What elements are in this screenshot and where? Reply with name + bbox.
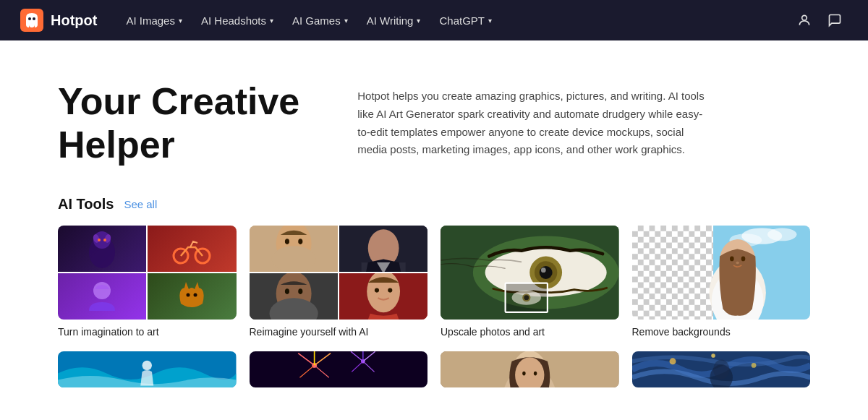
nav-item-ai-headshots[interactable]: AI Headshots ▾ (192, 9, 282, 33)
brand-logo-icon (20, 9, 43, 32)
see-all-link[interactable]: See all (124, 198, 157, 210)
nav-item-ai-images[interactable]: AI Images ▾ (117, 9, 191, 33)
headshot-woman1-icon (250, 226, 338, 272)
svg-point-3 (802, 15, 807, 20)
headshot-cell-1 (250, 226, 338, 272)
nav-item-ai-writing[interactable]: AI Writing ▾ (358, 9, 430, 33)
svg-point-27 (298, 288, 302, 294)
svg-point-14 (194, 293, 197, 296)
hero-description: Hotpot helps you create amazing graphics… (357, 80, 712, 159)
tools-grid-row1: Turn imagination to art (58, 226, 810, 338)
vangogh-painting-image (632, 351, 811, 387)
nav-right (791, 7, 848, 33)
art-cell-2 (148, 226, 236, 272)
svg-point-8 (98, 239, 101, 241)
svg-point-56 (730, 256, 734, 261)
upscale-eye-image (441, 226, 619, 320)
svg-point-12 (93, 282, 111, 299)
svg-rect-47 (632, 226, 713, 320)
nav-item-chatgpt[interactable]: ChatGPT ▾ (430, 9, 501, 33)
tool-card-fireworks[interactable] (250, 351, 428, 393)
tool-card-art-image (58, 226, 237, 320)
tool-card-upscale[interactable]: Upscale photos and art (441, 226, 619, 338)
user-icon-btn[interactable] (791, 7, 817, 33)
headshot-man-icon (339, 226, 427, 272)
tool-card-fireworks-image (250, 351, 428, 387)
svg-rect-61 (250, 351, 428, 387)
nav-chatgpt-label: ChatGPT (439, 14, 485, 27)
tool-card-removebg-label: Remove backgrounds (632, 326, 731, 338)
navbar: Hotpot AI Images ▾ AI Headshots ▾ AI Gam… (0, 0, 868, 40)
svg-point-17 (271, 246, 315, 272)
hero-title-line2: Helper (58, 124, 175, 166)
tool-card-vintage-image (441, 351, 619, 387)
tool-card-art-label: Turn imagination to art (58, 326, 159, 338)
tool-card-art[interactable]: Turn imagination to art (58, 226, 237, 338)
headshot-hero-icon (339, 273, 427, 320)
tool-card-ocean[interactable] (58, 351, 237, 393)
svg-point-30 (375, 288, 379, 292)
portrait-art-icon (80, 275, 124, 318)
svg-point-13 (187, 293, 190, 296)
brand-name: Hotpot (51, 12, 97, 29)
nav-ai-images-chevron: ▾ (179, 17, 182, 25)
svg-point-60 (142, 360, 152, 369)
headshot-older-man-icon (250, 273, 338, 320)
creature-art-icon (80, 227, 124, 270)
tool-card-headshots[interactable]: Reimagine yourself with AI (250, 226, 428, 338)
art-cell-4 (148, 273, 236, 320)
nav-chatgpt-chevron: ▾ (488, 17, 492, 25)
svg-point-31 (388, 288, 392, 292)
tool-card-upscale-label: Upscale photos and art (441, 326, 545, 338)
tools-heading: AI Tools (58, 196, 114, 213)
animal-art-icon (170, 275, 213, 318)
tool-card-vintage[interactable] (441, 351, 619, 393)
hero-title: Your Creative Helper (58, 80, 299, 167)
nav-ai-writing-label: AI Writing (367, 14, 414, 27)
tool-card-headshots-label: Reimagine yourself with AI (250, 326, 369, 338)
svg-point-86 (713, 359, 729, 379)
hero-section: Your Creative Helper Hotpot helps you cr… (0, 40, 868, 189)
headshot-cell-3 (250, 273, 338, 320)
nav-ai-writing-chevron: ▾ (417, 17, 420, 25)
art-cell-3 (58, 273, 146, 320)
chat-icon (827, 13, 842, 27)
svg-point-1 (28, 17, 31, 20)
ocean-wave-image (58, 351, 237, 387)
tool-card-removebg[interactable]: Remove backgrounds (632, 226, 811, 338)
tool-card-headshots-image (250, 226, 428, 320)
nav-item-ai-games[interactable]: AI Games ▾ (284, 9, 357, 33)
tools-grid-row2 (58, 351, 810, 393)
tools-section: AI Tools See all (0, 189, 868, 408)
removebg-woman-image (632, 226, 811, 320)
svg-point-26 (284, 288, 289, 294)
svg-point-18 (284, 239, 289, 244)
hero-title-line1: Your Creative (58, 80, 299, 122)
chat-icon-btn[interactable] (822, 7, 848, 33)
art-cell-1 (58, 226, 146, 272)
tool-card-vangogh[interactable] (632, 351, 811, 393)
svg-point-9 (103, 239, 106, 241)
svg-point-2 (33, 17, 35, 20)
svg-point-42 (524, 295, 529, 300)
svg-point-83 (751, 363, 756, 368)
brand-link[interactable]: Hotpot (20, 9, 97, 32)
hero-title-block: Your Creative Helper (58, 80, 299, 167)
nav-ai-games-label: AI Games (292, 14, 341, 27)
vintage-woman-image (441, 351, 619, 387)
nav-ai-games-chevron: ▾ (344, 17, 348, 25)
headshot-cell-4 (339, 273, 427, 320)
motorcycle-art-icon (170, 227, 213, 270)
tool-card-ocean-image (58, 351, 237, 387)
svg-point-19 (298, 239, 302, 244)
nav-items: AI Images ▾ AI Headshots ▾ AI Games ▾ AI… (117, 9, 791, 33)
tool-card-upscale-image (441, 226, 619, 320)
tools-header: AI Tools See all (58, 196, 810, 213)
svg-point-82 (669, 358, 676, 364)
tool-card-vangogh-image (632, 351, 811, 387)
svg-point-80 (534, 371, 537, 375)
nav-ai-images-label: AI Images (126, 14, 175, 27)
svg-point-50 (767, 228, 796, 241)
svg-point-57 (741, 256, 745, 261)
svg-point-38 (541, 267, 546, 273)
